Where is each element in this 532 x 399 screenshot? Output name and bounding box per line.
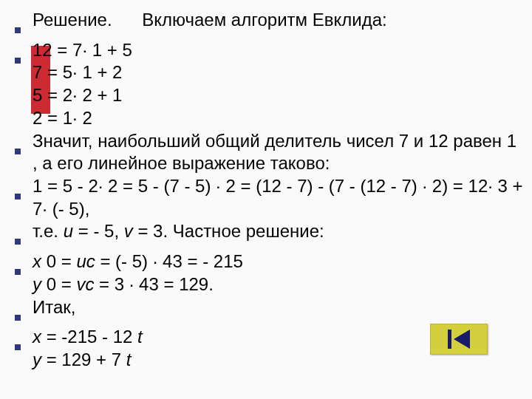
equation-line: 12 = 7· 1 + 5: [33, 39, 525, 62]
list-item: 12 = 7· 1 + 5 7 = 5· 1 + 2 5 = 2· 2 + 1 …: [7, 39, 525, 130]
list-item-text: 12 = 7· 1 + 5 7 = 5· 1 + 2 5 = 2· 2 + 1 …: [33, 39, 525, 130]
bullet-icon: [7, 39, 33, 69]
list-item: т.е. u = - 5, v = 3. Частное решение:: [7, 220, 525, 250]
list-item: Значит, наибольший общий делитель чисел …: [7, 130, 525, 175]
list-item-text: x 0 = uc = (- 5) · 43 = - 215y 0 = vc = …: [33, 250, 525, 296]
list-item: x = -215 - 12 ty = 129 + 7 t: [7, 326, 525, 371]
list-item-text: т.е. u = - 5, v = 3. Частное решение:: [33, 220, 525, 243]
lead-word: Решение.: [33, 9, 112, 32]
list-item-text: Значит, наибольший общий делитель чисел …: [33, 130, 525, 175]
list-item-text: x = -215 - 12 ty = 129 + 7 t: [33, 326, 525, 371]
bullet-icon: [7, 220, 33, 250]
bullet-icon: [7, 175, 33, 205]
list-item: x 0 = uc = (- 5) · 43 = - 215y 0 = vc = …: [7, 250, 525, 296]
list-item: 1 = 5 - 2· 2 = 5 - (7 - 5) · 2 = (12 - 7…: [7, 175, 525, 220]
equation-line: 5 = 2· 2 + 1: [33, 84, 525, 107]
list-item: Итак,: [7, 296, 525, 327]
bullet-list: Решение. Включаем алгоритм Евклида: 12 =…: [7, 9, 525, 372]
equation-line: 7 = 5· 1 + 2: [33, 61, 525, 84]
list-item-text: Решение. Включаем алгоритм Евклида:: [33, 9, 525, 32]
bullet-icon: [7, 250, 33, 281]
list-item: Решение. Включаем алгоритм Евклида:: [7, 9, 525, 39]
bullet-icon: [7, 326, 33, 356]
bullet-icon: [7, 130, 33, 160]
tail-text: Включаем алгоритм Евклида:: [142, 10, 386, 30]
list-item-text: Итак,: [33, 296, 525, 319]
equation-line: 2 = 1· 2: [33, 107, 525, 130]
list-item-text: 1 = 5 - 2· 2 = 5 - (7 - 5) · 2 = (12 - 7…: [33, 175, 525, 220]
bullet-icon: [7, 9, 33, 39]
bullet-icon: [7, 296, 33, 327]
